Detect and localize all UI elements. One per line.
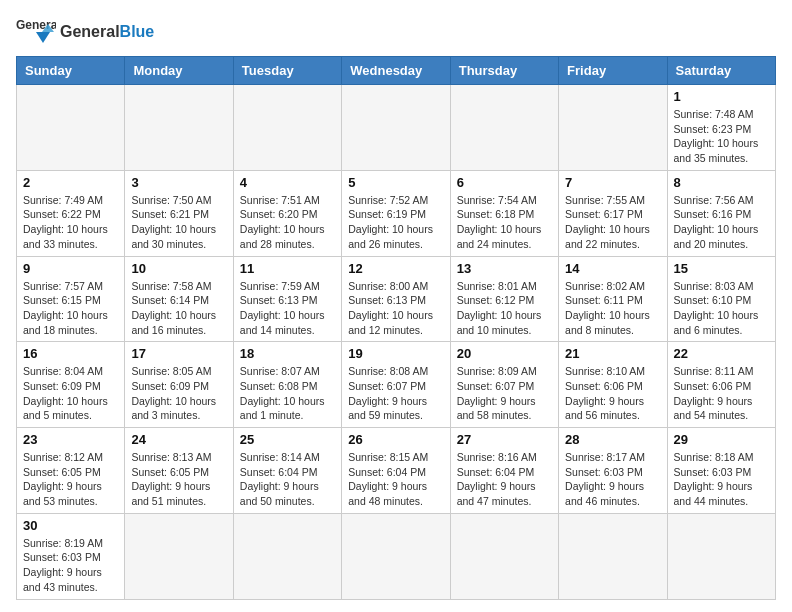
day-info: Sunrise: 7:48 AM Sunset: 6:23 PM Dayligh… — [674, 107, 769, 166]
calendar-cell: 9Sunrise: 7:57 AM Sunset: 6:15 PM Daylig… — [17, 256, 125, 342]
day-info: Sunrise: 7:54 AM Sunset: 6:18 PM Dayligh… — [457, 193, 552, 252]
calendar-cell — [559, 85, 667, 171]
day-info: Sunrise: 8:17 AM Sunset: 6:03 PM Dayligh… — [565, 450, 660, 509]
calendar-cell: 5Sunrise: 7:52 AM Sunset: 6:19 PM Daylig… — [342, 170, 450, 256]
calendar-header-row: SundayMondayTuesdayWednesdayThursdayFrid… — [17, 57, 776, 85]
calendar-header-monday: Monday — [125, 57, 233, 85]
calendar-cell: 30Sunrise: 8:19 AM Sunset: 6:03 PM Dayli… — [17, 513, 125, 599]
calendar-cell: 17Sunrise: 8:05 AM Sunset: 6:09 PM Dayli… — [125, 342, 233, 428]
day-info: Sunrise: 8:19 AM Sunset: 6:03 PM Dayligh… — [23, 536, 118, 595]
calendar-table: SundayMondayTuesdayWednesdayThursdayFrid… — [16, 56, 776, 600]
day-info: Sunrise: 7:52 AM Sunset: 6:19 PM Dayligh… — [348, 193, 443, 252]
day-info: Sunrise: 8:05 AM Sunset: 6:09 PM Dayligh… — [131, 364, 226, 423]
day-number: 25 — [240, 432, 335, 447]
calendar-header-wednesday: Wednesday — [342, 57, 450, 85]
calendar-cell: 21Sunrise: 8:10 AM Sunset: 6:06 PM Dayli… — [559, 342, 667, 428]
calendar-cell — [450, 85, 558, 171]
calendar-cell: 14Sunrise: 8:02 AM Sunset: 6:11 PM Dayli… — [559, 256, 667, 342]
day-number: 6 — [457, 175, 552, 190]
day-info: Sunrise: 8:08 AM Sunset: 6:07 PM Dayligh… — [348, 364, 443, 423]
calendar-cell: 20Sunrise: 8:09 AM Sunset: 6:07 PM Dayli… — [450, 342, 558, 428]
calendar-cell — [233, 513, 341, 599]
calendar-week-row: 2Sunrise: 7:49 AM Sunset: 6:22 PM Daylig… — [17, 170, 776, 256]
calendar-header-saturday: Saturday — [667, 57, 775, 85]
calendar-cell: 4Sunrise: 7:51 AM Sunset: 6:20 PM Daylig… — [233, 170, 341, 256]
day-number: 21 — [565, 346, 660, 361]
calendar-week-row: 16Sunrise: 8:04 AM Sunset: 6:09 PM Dayli… — [17, 342, 776, 428]
day-number: 8 — [674, 175, 769, 190]
day-info: Sunrise: 8:00 AM Sunset: 6:13 PM Dayligh… — [348, 279, 443, 338]
calendar-cell — [450, 513, 558, 599]
day-info: Sunrise: 7:56 AM Sunset: 6:16 PM Dayligh… — [674, 193, 769, 252]
calendar-cell: 27Sunrise: 8:16 AM Sunset: 6:04 PM Dayli… — [450, 428, 558, 514]
day-number: 26 — [348, 432, 443, 447]
day-number: 29 — [674, 432, 769, 447]
calendar-header-thursday: Thursday — [450, 57, 558, 85]
day-info: Sunrise: 8:09 AM Sunset: 6:07 PM Dayligh… — [457, 364, 552, 423]
day-info: Sunrise: 8:12 AM Sunset: 6:05 PM Dayligh… — [23, 450, 118, 509]
calendar-cell: 7Sunrise: 7:55 AM Sunset: 6:17 PM Daylig… — [559, 170, 667, 256]
calendar-cell: 15Sunrise: 8:03 AM Sunset: 6:10 PM Dayli… — [667, 256, 775, 342]
day-number: 7 — [565, 175, 660, 190]
day-number: 5 — [348, 175, 443, 190]
calendar-cell: 2Sunrise: 7:49 AM Sunset: 6:22 PM Daylig… — [17, 170, 125, 256]
day-number: 20 — [457, 346, 552, 361]
day-number: 13 — [457, 261, 552, 276]
calendar-cell: 3Sunrise: 7:50 AM Sunset: 6:21 PM Daylig… — [125, 170, 233, 256]
day-number: 27 — [457, 432, 552, 447]
day-info: Sunrise: 8:13 AM Sunset: 6:05 PM Dayligh… — [131, 450, 226, 509]
day-number: 18 — [240, 346, 335, 361]
day-number: 17 — [131, 346, 226, 361]
day-number: 2 — [23, 175, 118, 190]
calendar-cell: 18Sunrise: 8:07 AM Sunset: 6:08 PM Dayli… — [233, 342, 341, 428]
day-info: Sunrise: 7:57 AM Sunset: 6:15 PM Dayligh… — [23, 279, 118, 338]
calendar-header-tuesday: Tuesday — [233, 57, 341, 85]
day-info: Sunrise: 8:11 AM Sunset: 6:06 PM Dayligh… — [674, 364, 769, 423]
calendar-cell: 6Sunrise: 7:54 AM Sunset: 6:18 PM Daylig… — [450, 170, 558, 256]
calendar-cell: 19Sunrise: 8:08 AM Sunset: 6:07 PM Dayli… — [342, 342, 450, 428]
calendar-cell: 25Sunrise: 8:14 AM Sunset: 6:04 PM Dayli… — [233, 428, 341, 514]
calendar-week-row: 1Sunrise: 7:48 AM Sunset: 6:23 PM Daylig… — [17, 85, 776, 171]
day-number: 30 — [23, 518, 118, 533]
day-info: Sunrise: 8:01 AM Sunset: 6:12 PM Dayligh… — [457, 279, 552, 338]
day-info: Sunrise: 7:50 AM Sunset: 6:21 PM Dayligh… — [131, 193, 226, 252]
day-number: 15 — [674, 261, 769, 276]
calendar-cell: 1Sunrise: 7:48 AM Sunset: 6:23 PM Daylig… — [667, 85, 775, 171]
day-number: 22 — [674, 346, 769, 361]
day-info: Sunrise: 8:04 AM Sunset: 6:09 PM Dayligh… — [23, 364, 118, 423]
calendar-cell — [125, 85, 233, 171]
day-info: Sunrise: 8:07 AM Sunset: 6:08 PM Dayligh… — [240, 364, 335, 423]
day-info: Sunrise: 8:15 AM Sunset: 6:04 PM Dayligh… — [348, 450, 443, 509]
day-info: Sunrise: 7:59 AM Sunset: 6:13 PM Dayligh… — [240, 279, 335, 338]
day-number: 14 — [565, 261, 660, 276]
day-number: 9 — [23, 261, 118, 276]
calendar-cell: 24Sunrise: 8:13 AM Sunset: 6:05 PM Dayli… — [125, 428, 233, 514]
calendar-cell — [342, 513, 450, 599]
calendar-cell: 23Sunrise: 8:12 AM Sunset: 6:05 PM Dayli… — [17, 428, 125, 514]
day-info: Sunrise: 8:16 AM Sunset: 6:04 PM Dayligh… — [457, 450, 552, 509]
calendar-cell: 16Sunrise: 8:04 AM Sunset: 6:09 PM Dayli… — [17, 342, 125, 428]
calendar-cell: 8Sunrise: 7:56 AM Sunset: 6:16 PM Daylig… — [667, 170, 775, 256]
day-number: 16 — [23, 346, 118, 361]
calendar-cell: 28Sunrise: 8:17 AM Sunset: 6:03 PM Dayli… — [559, 428, 667, 514]
day-info: Sunrise: 7:58 AM Sunset: 6:14 PM Dayligh… — [131, 279, 226, 338]
day-number: 24 — [131, 432, 226, 447]
calendar-cell — [17, 85, 125, 171]
logo-svg: General — [16, 16, 56, 48]
calendar-cell: 11Sunrise: 7:59 AM Sunset: 6:13 PM Dayli… — [233, 256, 341, 342]
calendar-cell: 22Sunrise: 8:11 AM Sunset: 6:06 PM Dayli… — [667, 342, 775, 428]
page-header: General GeneralBlue — [16, 16, 776, 48]
day-info: Sunrise: 8:10 AM Sunset: 6:06 PM Dayligh… — [565, 364, 660, 423]
calendar-header-sunday: Sunday — [17, 57, 125, 85]
calendar-cell: 26Sunrise: 8:15 AM Sunset: 6:04 PM Dayli… — [342, 428, 450, 514]
day-info: Sunrise: 7:55 AM Sunset: 6:17 PM Dayligh… — [565, 193, 660, 252]
calendar-cell: 13Sunrise: 8:01 AM Sunset: 6:12 PM Dayli… — [450, 256, 558, 342]
day-number: 1 — [674, 89, 769, 104]
day-number: 11 — [240, 261, 335, 276]
calendar-cell — [233, 85, 341, 171]
day-number: 28 — [565, 432, 660, 447]
day-info: Sunrise: 8:02 AM Sunset: 6:11 PM Dayligh… — [565, 279, 660, 338]
day-info: Sunrise: 8:18 AM Sunset: 6:03 PM Dayligh… — [674, 450, 769, 509]
calendar-cell — [667, 513, 775, 599]
day-number: 4 — [240, 175, 335, 190]
